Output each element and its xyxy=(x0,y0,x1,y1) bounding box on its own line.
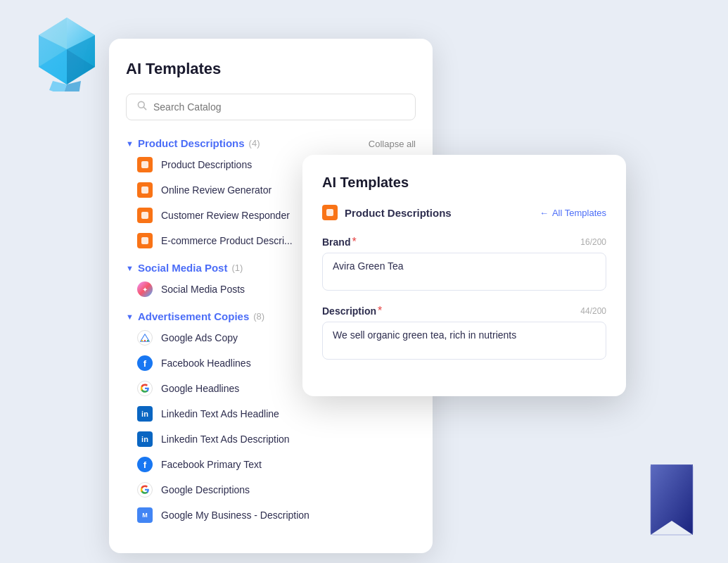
svg-point-14 xyxy=(141,340,143,341)
search-icon xyxy=(136,100,148,114)
item-label: Linkedin Text Ads Headline xyxy=(161,408,279,419)
item-label: Google Ads Copy xyxy=(161,332,238,343)
chevron-icon: ▼ xyxy=(126,139,134,148)
list-item[interactable]: M Google My Business - Description xyxy=(132,502,416,528)
item-label: Google Headlines xyxy=(161,383,239,394)
orange-rect-icon xyxy=(137,182,153,198)
category-count-social-media: (1) xyxy=(231,262,243,273)
item-label: Facebook Headlines xyxy=(161,358,251,369)
list-item[interactable]: in Linkedin Text Ads Headline xyxy=(132,401,416,426)
gmb-icon: M xyxy=(137,507,153,523)
linkedin-icon: in xyxy=(137,431,153,447)
detail-card-title: AI Templates xyxy=(322,175,606,191)
linkedin-icon: in xyxy=(137,406,153,422)
chevron-icon: ▼ xyxy=(126,312,134,321)
brand-field-label: Brand xyxy=(322,236,350,248)
left-arrow-icon: ← xyxy=(539,208,549,218)
svg-line-11 xyxy=(143,107,146,110)
description-required-marker: * xyxy=(378,305,382,317)
deco-gem-top xyxy=(28,14,106,91)
description-input[interactable] xyxy=(322,322,606,360)
list-item[interactable]: f Facebook Primary Text xyxy=(132,452,416,477)
detail-product-left: Product Descriptions xyxy=(322,205,452,220)
item-label: Facebook Primary Text xyxy=(161,459,262,470)
category-count-advertisement-copies: (8) xyxy=(253,311,264,322)
item-label: Online Review Generator xyxy=(161,184,272,196)
svg-point-13 xyxy=(144,340,146,341)
description-counter: 44/200 xyxy=(580,306,606,316)
list-item[interactable]: in Linkedin Text Ads Description xyxy=(132,426,416,452)
item-label: Customer Review Responder xyxy=(161,210,290,221)
search-bar[interactable] xyxy=(126,94,416,120)
brand-required-marker: * xyxy=(352,236,356,248)
svg-point-15 xyxy=(147,340,148,341)
description-field-label: Description xyxy=(322,305,376,317)
facebook-icon: f xyxy=(137,457,153,472)
brand-field: Brand* 16/200 xyxy=(322,236,606,293)
all-templates-label: All Templates xyxy=(552,208,606,218)
item-label: Product Descriptions xyxy=(161,159,252,170)
detail-card: AI Templates Product Descriptions ← All … xyxy=(302,155,626,396)
item-label: Linkedin Text Ads Description xyxy=(161,434,290,445)
item-label: E-commerce Product Descri... xyxy=(161,235,293,246)
description-label-row: Description* xyxy=(322,305,382,317)
category-label-advertisement-copies: Advertisement Copies xyxy=(138,310,249,322)
item-label: Social Media Posts xyxy=(161,284,245,295)
brand-label-row: Brand* xyxy=(322,236,357,248)
orange-rect-icon xyxy=(137,233,153,248)
google-icon xyxy=(137,482,153,498)
social-media-icon: ✦ xyxy=(137,282,153,297)
brand-field-header: Brand* 16/200 xyxy=(322,236,606,248)
facebook-icon: f xyxy=(137,355,153,371)
item-label: Google Descriptions xyxy=(161,484,250,495)
deco-shape-bottom xyxy=(644,464,700,542)
detail-product-name: Product Descriptions xyxy=(345,207,452,219)
category-label-social-media: Social Media Post xyxy=(138,262,228,274)
orange-rect-icon xyxy=(137,157,153,172)
brand-counter: 16/200 xyxy=(580,237,606,247)
list-item[interactable]: Google Descriptions xyxy=(132,477,416,502)
brand-input[interactable] xyxy=(322,253,606,291)
collapse-all-button[interactable]: Collapse all xyxy=(369,139,416,149)
google-icon xyxy=(137,381,153,396)
all-templates-link[interactable]: ← All Templates xyxy=(539,208,606,218)
description-field: Description* 44/200 xyxy=(322,305,606,362)
description-field-header: Description* 44/200 xyxy=(322,305,606,317)
detail-product-row: Product Descriptions ← All Templates xyxy=(322,205,606,220)
category-count-product-descriptions: (4) xyxy=(249,138,260,148)
search-input[interactable] xyxy=(153,101,405,113)
google-ads-icon xyxy=(137,330,153,346)
orange-rect-icon xyxy=(137,208,153,223)
orange-rect-icon xyxy=(322,205,338,220)
chevron-icon: ▼ xyxy=(126,264,134,272)
category-label-product-descriptions: Product Descriptions xyxy=(138,137,245,149)
main-card-title: AI Templates xyxy=(126,60,416,78)
item-label: Google My Business - Description xyxy=(161,510,309,521)
